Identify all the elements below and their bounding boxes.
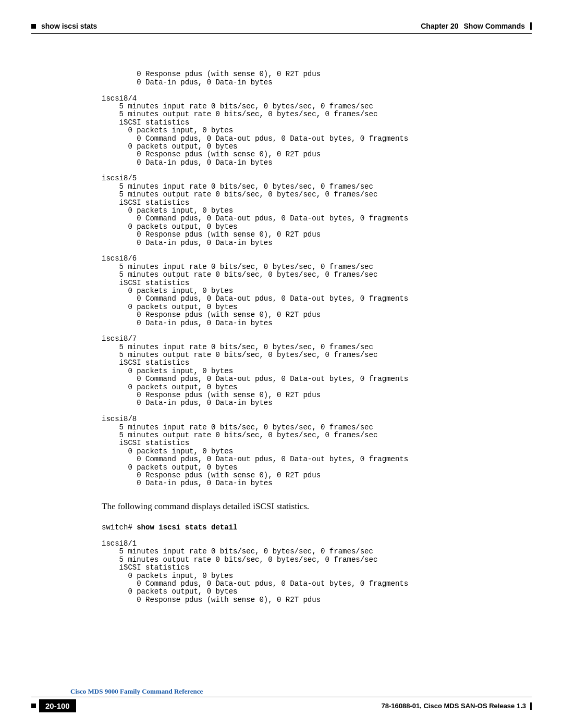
footer-doc-title: Cisco MDS 9000 Family Command Reference (70, 687, 203, 696)
header-rule (31, 33, 532, 34)
prompt-prefix: switch# (102, 523, 137, 532)
page-header: show iscsi stats Chapter 20 Show Command… (31, 22, 532, 33)
footer-doc-id: 78-16088-01, Cisco MDS SAN-OS Release 1.… (382, 702, 526, 710)
code-output-bottom: iscsi8/1 5 minutes input rate 0 bits/sec… (102, 540, 532, 604)
body-paragraph: The following command displays detailed … (102, 502, 532, 512)
footer-rule (31, 697, 532, 697)
page-footer: Cisco MDS 9000 Family Command Reference … (31, 697, 532, 712)
footer-left: 20-100 (31, 699, 80, 712)
square-bullet-icon (31, 24, 36, 29)
command-text: show iscsi stats detail (137, 523, 237, 532)
footer-bar-icon (530, 702, 532, 710)
chapter-title: Show Commands (464, 22, 525, 30)
header-left: show iscsi stats (31, 22, 97, 30)
code-output-top: 0 Response pdus (with sense 0), 0 R2T pd… (102, 70, 532, 487)
chapter-number: Chapter 20 (421, 22, 458, 30)
footer-right: 78-16088-01, Cisco MDS SAN-OS Release 1.… (382, 702, 532, 710)
page-number-badge: 20-100 (39, 699, 76, 712)
page-content: 0 Response pdus (with sense 0), 0 R2T pd… (102, 63, 532, 612)
header-right: Chapter 20 Show Commands (421, 22, 532, 30)
header-bar-icon (530, 22, 532, 30)
command-line: switch# show iscsi stats detail (102, 524, 532, 532)
square-bullet-icon (31, 704, 36, 708)
section-name: show iscsi stats (41, 22, 97, 30)
